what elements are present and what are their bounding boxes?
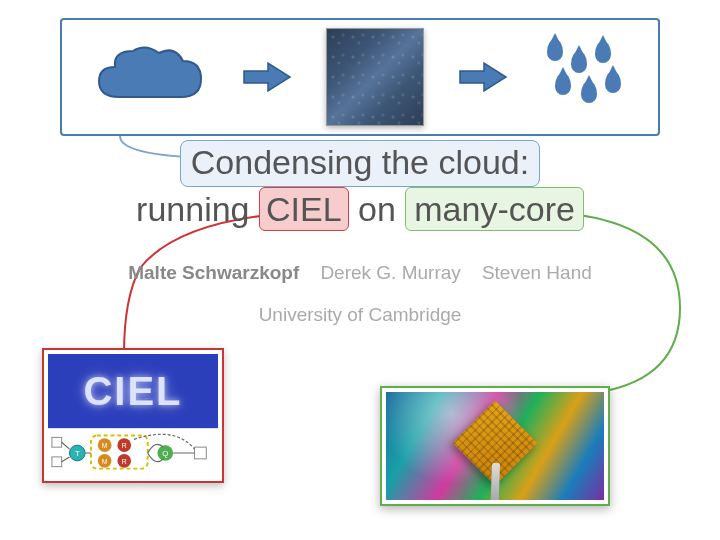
svg-text:M: M — [102, 458, 108, 465]
condensation-icon — [326, 28, 424, 126]
cloud-icon — [89, 37, 209, 117]
authors: Malte Schwarzkopf Derek G. Murray Steven… — [0, 262, 720, 284]
svg-text:R: R — [122, 442, 127, 449]
svg-text:T: T — [75, 449, 80, 458]
process-banner — [60, 18, 660, 136]
author-2: Derek G. Murray — [320, 262, 460, 283]
svg-rect-15 — [195, 447, 207, 459]
slide-title: Condensing the cloud: running CIEL on ma… — [0, 140, 720, 231]
arrow-icon — [458, 59, 508, 95]
ciel-callout: CIEL T M M R R Q — [42, 348, 224, 483]
title-line2-prefix: running — [136, 190, 259, 228]
arrow-icon — [242, 59, 292, 95]
raindrops-icon — [541, 37, 631, 117]
svg-text:M: M — [102, 442, 108, 449]
connector-green — [540, 208, 690, 398]
affiliation: University of Cambridge — [0, 304, 720, 326]
svg-text:R: R — [122, 458, 127, 465]
svg-rect-1 — [52, 457, 62, 467]
svg-rect-0 — [52, 437, 62, 447]
ciel-dag-icon: T M M R R Q — [48, 428, 218, 477]
title-ciel: CIEL — [259, 187, 349, 232]
title-manycore: many-core — [405, 187, 584, 232]
manycore-callout — [380, 386, 610, 506]
author-presenter: Malte Schwarzkopf — [128, 262, 299, 283]
author-3: Steven Hand — [482, 262, 592, 283]
title-line1: Condensing the cloud: — [180, 140, 540, 187]
wafer-chip-icon — [386, 392, 604, 500]
title-line2-mid: on — [349, 190, 406, 228]
ciel-logo: CIEL — [48, 354, 218, 428]
svg-text:Q: Q — [162, 449, 168, 458]
